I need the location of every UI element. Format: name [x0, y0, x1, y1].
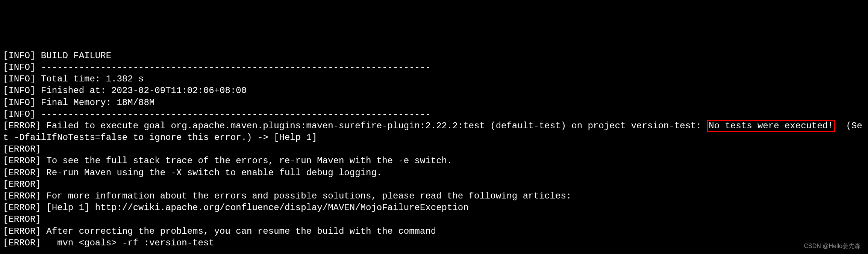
terminal-output: [INFO] BUILD FAILURE[INFO] -------------…: [3, 50, 865, 249]
log-prefix: [INFO]: [3, 109, 35, 119]
log-prefix: [INFO]: [3, 51, 35, 61]
log-prefix: [INFO]: [3, 98, 35, 108]
log-line: [ERROR]: [3, 143, 865, 155]
log-text: Finished at: 2023-02-09T11:02:06+08:00: [41, 86, 247, 96]
log-text: To see the full stack trace of the error…: [46, 156, 452, 166]
log-line: [ERROR] mvn <goals> -rf :version-test: [3, 237, 865, 249]
log-prefix: [INFO]: [3, 74, 35, 84]
log-prefix: [ERROR]: [3, 156, 41, 166]
log-text: [Help 1] http://cwiki.apache.org/conflue…: [46, 203, 468, 213]
log-line: [INFO] ---------------------------------…: [3, 108, 865, 120]
log-text: After correcting the problems, you can r…: [46, 226, 436, 236]
log-line: [INFO] BUILD FAILURE: [3, 50, 865, 62]
log-line: [ERROR] [Help 1] http://cwiki.apache.org…: [3, 202, 865, 213]
log-text: ----------------------------------------…: [41, 109, 431, 119]
log-text: BUILD FAILURE: [41, 51, 111, 61]
log-line: [ERROR] For more information about the e…: [3, 190, 865, 202]
log-prefix: [INFO]: [3, 62, 35, 72]
log-text: ----------------------------------------…: [41, 62, 431, 72]
log-prefix: [ERROR]: [3, 203, 41, 213]
log-text: Re-run Maven using the -X switch to enab…: [46, 168, 382, 178]
highlighted-error-text: No tests were executed!: [707, 120, 835, 132]
error-prefix: [ERROR]: [3, 121, 41, 131]
log-line: [ERROR] Re-run Maven using the -X switch…: [3, 167, 865, 179]
log-line: [ERROR]: [3, 179, 865, 190]
log-prefix: [ERROR]: [3, 191, 41, 201]
log-line: [INFO] Final Memory: 18M/88M: [3, 97, 865, 108]
log-line: [INFO] Finished at: 2023-02-09T11:02:06+…: [3, 85, 865, 96]
log-prefix: [ERROR]: [3, 168, 41, 178]
watermark-text: CSDN @Hello姜先森: [804, 242, 860, 250]
log-prefix: [ERROR]: [3, 226, 41, 236]
log-prefix: [ERROR]: [3, 238, 41, 248]
log-text: Final Memory: 18M/88M: [41, 98, 155, 108]
log-text: mvn <goals> -rf :version-test: [46, 238, 214, 248]
log-prefix: [ERROR]: [3, 144, 41, 154]
log-line: [ERROR]: [3, 213, 865, 225]
log-text: For more information about the errors an…: [46, 191, 571, 201]
log-prefix: [INFO]: [3, 86, 35, 96]
log-text: Total time: 1.382 s: [41, 74, 144, 84]
log-line: [ERROR] To see the full stack trace of t…: [3, 155, 865, 167]
log-line: [ERROR] After correcting the problems, y…: [3, 225, 865, 237]
log-prefix: [ERROR]: [3, 179, 41, 189]
log-prefix: [ERROR]: [3, 214, 41, 224]
log-line: [INFO] ---------------------------------…: [3, 62, 865, 73]
error-text-part1: Failed to execute goal org.apache.maven.…: [46, 121, 707, 131]
log-line: [INFO] Total time: 1.382 s: [3, 73, 865, 85]
